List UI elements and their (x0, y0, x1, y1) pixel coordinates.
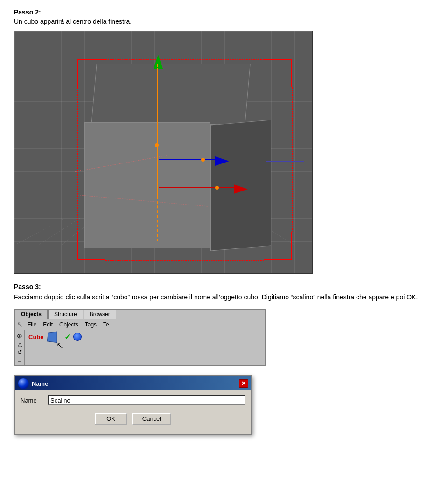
z-axis-dot (215, 186, 219, 190)
tab-objects[interactable]: Objects (15, 310, 48, 319)
c4d-tab-bar: Objects Structure Browser (15, 310, 265, 319)
tool-rotate-icon[interactable]: △ (18, 341, 22, 347)
3d-viewport[interactable] (14, 31, 313, 274)
dialog-sphere-icon (18, 378, 29, 389)
selection-corner-br (264, 232, 292, 260)
dialog-name-label: Name (21, 397, 44, 404)
dialog-close-button[interactable]: ✕ (239, 379, 248, 388)
z-axis-line (159, 187, 236, 188)
step2-title: Passo 2: (14, 8, 434, 16)
cube-top-face (91, 64, 250, 125)
x-axis-dot (201, 158, 205, 162)
c4d-toolbar: ↖ File Edit Objects Tags Te (15, 319, 265, 330)
tool-box-icon[interactable]: □ (18, 357, 21, 363)
menu-te[interactable]: Te (101, 321, 111, 328)
dialog-title-area: Name (18, 378, 48, 389)
menu-objects[interactable]: Objects (57, 321, 80, 328)
selection-right-line (292, 87, 293, 232)
name-dialog[interactable]: Name ✕ Name OK Cancel (14, 375, 252, 435)
object-cube-label[interactable]: Cube (28, 333, 44, 340)
c4d-content-area: ⊕ △ ↺ □ Cube ✓ ↖ (15, 330, 265, 365)
selection-corner-bl (77, 232, 105, 260)
selection-corner-tr (264, 59, 292, 87)
y-axis-dot (155, 143, 159, 147)
page-content: Passo 2: Un cubo apparirà al centro dell… (9, 5, 439, 443)
far-axis-line (266, 161, 304, 162)
dialog-button-row: OK Cancel (21, 410, 245, 429)
mouse-cursor-icon: ↖ (56, 340, 63, 351)
step2-description: Un cubo apparirà al centro della finestr… (14, 18, 434, 25)
object-list: Cube ✓ ↖ (25, 330, 265, 365)
dialog-cancel-button[interactable]: Cancel (132, 413, 171, 425)
y-axis-arrow (154, 55, 163, 69)
selection-corner-tl (77, 59, 105, 87)
tab-browser[interactable]: Browser (84, 310, 116, 319)
c4d-objects-panel[interactable]: Objects Structure Browser ↖ File Edit Ob… (14, 309, 266, 366)
x-axis-line (159, 159, 215, 160)
tool-move-icon[interactable]: ⊕ (17, 332, 22, 340)
dialog-name-input[interactable] (48, 395, 245, 405)
dialog-titlebar: Name ✕ (15, 376, 251, 390)
step3-description: Facciamo doppio clic sulla scritta “cubo… (14, 292, 434, 302)
cube-3d-icon (47, 331, 57, 343)
tool-undo-icon[interactable]: ↺ (17, 349, 22, 355)
z-axis-arrow (234, 184, 248, 194)
dialog-title-text: Name (32, 380, 48, 387)
cube-front-face (84, 122, 210, 248)
y-axis-dashed (157, 64, 158, 241)
dialog-name-row: Name (21, 395, 245, 405)
blue-circle-icon (73, 333, 82, 341)
cube-object-row[interactable]: Cube ✓ ↖ (25, 330, 265, 343)
checkmark-icon: ✓ (64, 333, 70, 341)
dialog-body: Name OK Cancel (15, 390, 251, 434)
selection-bottom-line (105, 260, 264, 261)
cube-scene (52, 50, 276, 255)
toolbar-arrow-icon[interactable]: ↖ (17, 320, 23, 329)
selection-left-line (77, 87, 78, 232)
menu-file[interactable]: File (26, 321, 38, 328)
menu-tags[interactable]: Tags (83, 321, 98, 328)
x-axis-arrow (215, 156, 229, 166)
c4d-ui-area: Objects Structure Browser ↖ File Edit Ob… (14, 309, 266, 435)
step3-title: Passo 3: (14, 283, 434, 290)
tab-structure[interactable]: Structure (48, 310, 83, 319)
menu-edit[interactable]: Edit (41, 321, 55, 328)
left-toolbar: ⊕ △ ↺ □ (15, 330, 25, 365)
dialog-ok-button[interactable]: OK (95, 413, 127, 425)
selection-top-line (105, 59, 264, 60)
